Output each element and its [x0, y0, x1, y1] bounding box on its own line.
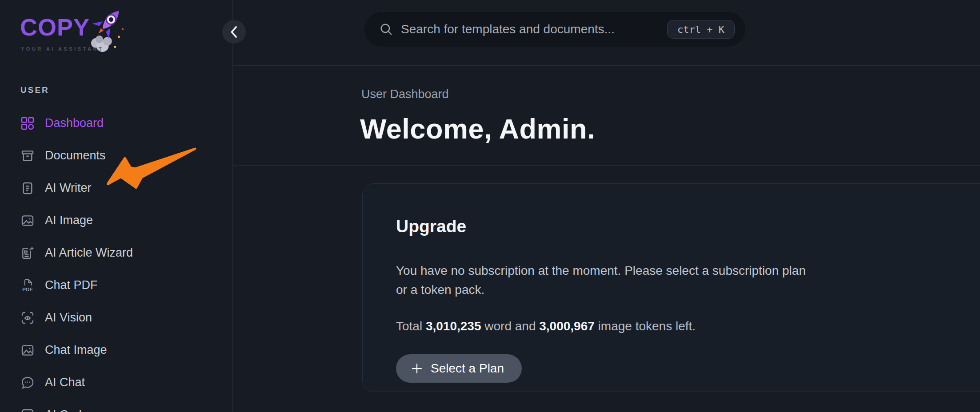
sidebar: COPY [0, 0, 233, 412]
sidebar-section-label: USER [20, 85, 49, 95]
logo-tagline: YOUR AI ASSISTANT [21, 46, 104, 52]
sidebar-item-label: AI Image [45, 214, 93, 227]
image-icon [20, 343, 35, 358]
token-prefix: Total [396, 319, 426, 333]
document-lines-icon [20, 181, 35, 196]
search-input[interactable] [401, 22, 667, 36]
sidebar-item-label: Chat PDF [45, 278, 98, 292]
sidebar-item-ai-code[interactable]: AI Code [0, 399, 233, 412]
sidebar-item-ai-chat[interactable]: AI Chat [0, 366, 233, 399]
word-token-count: 3,010,235 [426, 319, 481, 333]
image-token-count: 3,000,967 [539, 319, 595, 333]
chevron-left-icon [229, 26, 240, 38]
header-divider [233, 65, 980, 66]
upgrade-card-title: Upgrade [396, 217, 980, 236]
sidebar-item-label: AI Code [45, 408, 88, 412]
code-box-icon [20, 408, 35, 412]
upgrade-card: Upgrade You have no subscription at the … [362, 183, 980, 392]
sidebar-collapse-button[interactable] [222, 20, 246, 44]
upgrade-card-description: You have no subscription at the moment. … [396, 261, 818, 299]
sidebar-item-label: Dashboard [45, 116, 104, 130]
pdf-file-icon: PDF [20, 278, 35, 293]
app-logo[interactable]: COPY [20, 8, 136, 55]
sidebar-item-ai-article-wizard[interactable]: AI Article Wizard [0, 237, 233, 269]
logo-wordmark: COPY [20, 13, 90, 41]
sidebar-item-label: AI Chat [45, 376, 85, 389]
token-suffix: image tokens left. [595, 319, 696, 333]
sidebar-item-chat-image[interactable]: Chat Image [0, 334, 233, 366]
token-balance-line: Total 3,010,235 word and 3,000,967 image… [396, 319, 980, 333]
sidebar-item-label: AI Vision [45, 311, 92, 325]
sidebar-item-label: AI Article Wizard [45, 246, 133, 260]
dashboard-grid-icon [20, 116, 35, 131]
image-icon [20, 213, 35, 228]
select-plan-label: Select a Plan [431, 361, 504, 376]
sidebar-item-ai-vision[interactable]: AI Vision [0, 301, 233, 334]
article-sparkle-icon [20, 246, 35, 261]
sidebar-item-ai-image[interactable]: AI Image [0, 204, 233, 237]
vision-scan-icon [20, 310, 35, 325]
annotation-arrow [105, 146, 197, 190]
chat-bubble-icon [20, 375, 35, 390]
keyboard-shortcut-badge: ctrl + K [667, 20, 735, 39]
sidebar-item-label: AI Writer [45, 181, 92, 195]
content-divider [233, 165, 980, 166]
sidebar-item-label: Chat Image [45, 343, 107, 357]
sidebar-item-dashboard[interactable]: Dashboard [0, 107, 233, 139]
select-plan-button[interactable]: Select a Plan [396, 354, 522, 383]
search-icon [379, 22, 394, 37]
search-bar[interactable]: ctrl + K [364, 12, 745, 47]
svg-text:PDF: PDF [22, 286, 32, 292]
archive-box-icon [20, 148, 35, 163]
page-title: Welcome, Admin. [360, 113, 595, 145]
sidebar-item-label: Documents [45, 149, 106, 162]
breadcrumb: User Dashboard [361, 87, 449, 101]
sidebar-item-chat-pdf[interactable]: PDF Chat PDF [0, 269, 233, 301]
token-middle: word and [481, 319, 540, 333]
plus-icon [410, 362, 424, 375]
